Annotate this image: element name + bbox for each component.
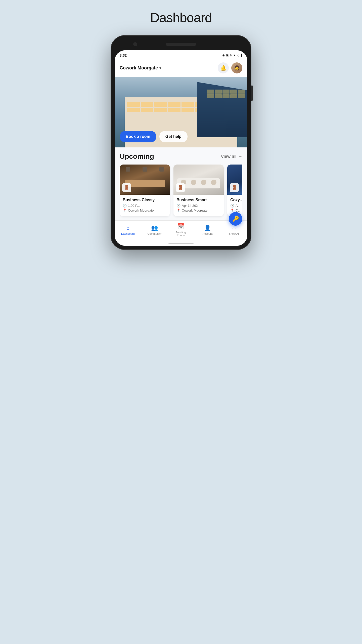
window (182, 108, 194, 112)
card-image-2: 🚪 (173, 165, 224, 195)
card-image-1: 🚪 (120, 165, 170, 195)
card-time-value-2: Apr 14 202... (182, 204, 200, 208)
meeting-chair (191, 180, 196, 185)
card-image-3: 🚪 (227, 165, 242, 195)
avatar-image: 👩 (231, 62, 242, 73)
header-actions: 🔔 👩 (218, 62, 242, 73)
view-all-link[interactable]: View all → (221, 154, 242, 159)
booking-cards-list: 🚪 Business Classy 🕐 1:00 P... 📍 Cowork M… (120, 165, 242, 220)
card-time-value-3: A... (236, 204, 241, 208)
card-info-2: Business Smart 🕐 Apr 14 202... 📍 Cowork … (173, 195, 224, 216)
booking-card-partial[interactable]: 🚪 Cozy... 🕐 A... 📍 C... (227, 165, 242, 216)
notification-button[interactable]: 🔔 (218, 62, 229, 73)
get-help-button[interactable]: Get help (159, 131, 188, 142)
expand-icon: ◉ (222, 54, 225, 57)
avatar[interactable]: 👩 (231, 62, 242, 73)
card-name-2: Business Smart (176, 198, 221, 202)
side-button-right (251, 86, 253, 101)
glass-window (207, 90, 214, 94)
nav-label-community: Community (148, 232, 162, 235)
nav-label-account: Account (203, 232, 213, 235)
status-icons: ◉ ▣ ⊘ ▼ ◁ ▐ (222, 54, 242, 57)
page-title: Dashboard (150, 10, 212, 25)
chair (126, 167, 130, 172)
glass-window (238, 90, 245, 94)
book-room-button[interactable]: Book a room (120, 131, 156, 142)
card-name-1: Business Classy (123, 198, 167, 202)
clock-icon-2: 🕐 (176, 204, 180, 208)
card-location-2: 📍 Cowork Moorgate (176, 209, 221, 212)
nav-item-account[interactable]: 👤 Account (194, 225, 221, 235)
card-location-3: 📍 C... (230, 209, 242, 212)
location-selector[interactable]: Cowork Moorgate ▾ (120, 65, 161, 71)
clock-icon: 🕐 (123, 204, 127, 208)
meeting-chair (211, 180, 216, 185)
hero-buttons: Book a room Get help (120, 131, 188, 142)
nav-item-dashboard[interactable]: ⌂ Dashboard (115, 225, 141, 235)
sd-icon: ▣ (226, 54, 229, 57)
glass-windows (207, 90, 245, 98)
battery-icon: ▐ (240, 54, 242, 57)
nav-label-show-all: Show All (229, 232, 239, 235)
hero-image: Book a room Get help (115, 77, 247, 147)
card-time-3: 🕐 A... (230, 204, 242, 208)
bottom-navigation: ⌂ Dashboard 👥 Community 📅 Meeting Rooms … (115, 220, 247, 241)
booking-card[interactable]: 🚪 Business Smart 🕐 Apr 14 202... 📍 Cowor… (173, 165, 224, 216)
card-time-2: 🕐 Apr 14 202... (176, 204, 221, 208)
glass-window (215, 90, 222, 94)
card-time-value-1: 1:00 P... (128, 204, 140, 208)
home-indicator (115, 241, 247, 246)
glass-window (222, 90, 230, 94)
upcoming-title: Upcoming (120, 152, 154, 160)
phone-screen: 3:32 ◉ ▣ ⊘ ▼ ◁ ▐ Cowork Moorgate ▾ 🔔 👩 (115, 50, 247, 246)
meeting-chair (201, 180, 206, 185)
main-content: Upcoming View all → � (115, 147, 247, 220)
calendar-icon: 📅 (177, 223, 184, 230)
booking-card[interactable]: 🚪 Business Classy 🕐 1:00 P... 📍 Cowork M… (120, 165, 170, 216)
status-time: 3:32 (120, 53, 127, 57)
chevron-down-icon: ▾ (159, 66, 161, 70)
section-header: Upcoming View all → (120, 152, 242, 160)
nav-item-show-all[interactable]: ··· Show All (221, 225, 247, 235)
window (154, 102, 167, 107)
location-icon-1: 📍 (123, 209, 127, 212)
window (141, 108, 153, 112)
card-location-1: 📍 Cowork Moorgate (123, 209, 167, 212)
glass-window (230, 90, 237, 94)
window (168, 102, 180, 107)
window (127, 108, 140, 112)
block-icon: ⊘ (230, 54, 232, 57)
nav-label-dashboard: Dashboard (121, 232, 135, 235)
card-location-value-1: Cowork Moorgate (128, 209, 154, 212)
glass-window (238, 94, 245, 98)
window (154, 108, 167, 112)
nav-item-meeting-rooms[interactable]: 📅 Meeting Rooms (168, 223, 194, 237)
card-info-1: Business Classy 🕐 1:00 P... 📍 Cowork Moo… (120, 195, 170, 216)
key-fab-button[interactable]: 🔑 (229, 212, 242, 226)
phone-speaker (166, 43, 196, 46)
glass-window (207, 94, 214, 98)
status-bar: 3:32 ◉ ▣ ⊘ ▼ ◁ ▐ (115, 50, 247, 59)
clock-icon-3: 🕐 (230, 204, 234, 208)
phone-frame: 3:32 ◉ ▣ ⊘ ▼ ◁ ▐ Cowork Moorgate ▾ 🔔 👩 (111, 35, 251, 250)
nav-item-community[interactable]: 👥 Community (141, 225, 168, 235)
room-icon-1: 🚪 (122, 183, 131, 192)
wifi-icon: ▼ (233, 54, 236, 57)
glass-window (222, 94, 230, 98)
home-icon: ⌂ (126, 225, 129, 231)
app-header: Cowork Moorgate ▾ 🔔 👩 (115, 59, 247, 77)
view-all-arrow-icon: → (238, 154, 242, 159)
person-icon: 👤 (204, 225, 211, 231)
hero-section: Book a room Get help (115, 77, 247, 147)
window (127, 102, 140, 107)
home-bar (168, 243, 194, 244)
card-location-value-3: C... (236, 209, 241, 212)
room-chairs (120, 167, 170, 172)
card-name-3: Cozy... (230, 198, 242, 202)
phone-camera (133, 42, 137, 46)
window (182, 102, 194, 107)
signal-icon: ◁ (237, 54, 239, 57)
room-icon-2: 🚪 (176, 183, 185, 192)
card-location-value-2: Cowork Moorgate (182, 209, 208, 212)
card-time-1: 🕐 1:00 P... (123, 204, 167, 208)
